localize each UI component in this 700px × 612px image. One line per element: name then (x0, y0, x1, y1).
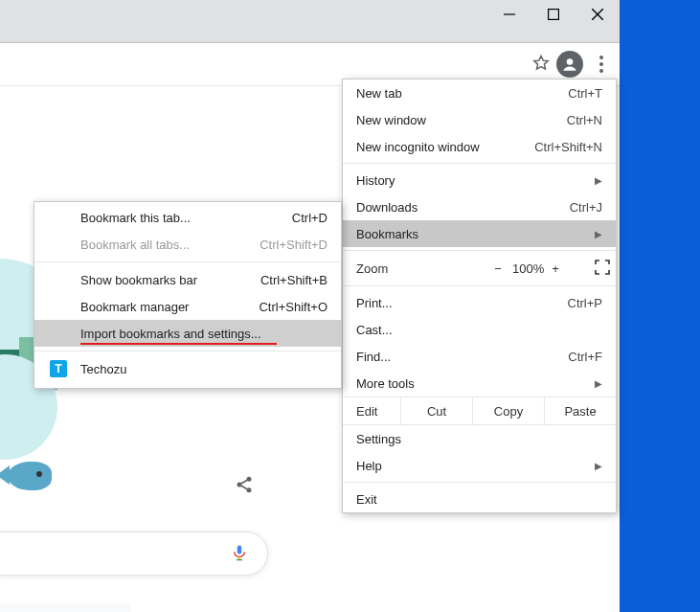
menu-history[interactable]: History ▶ (343, 167, 616, 193)
submenu-import-bookmarks[interactable]: Import bookmarks and settings... (34, 320, 341, 347)
maximize-button[interactable] (531, 0, 576, 29)
menu-settings[interactable]: Settings (343, 425, 616, 452)
chevron-right-icon: ▶ (595, 175, 602, 186)
illustration-fish (0, 458, 53, 494)
chrome-main-menu: New tab Ctrl+T New window Ctrl+N New inc… (342, 79, 617, 513)
share-icon[interactable] (235, 475, 254, 497)
submenu-bookmark-item[interactable]: T Techozu (34, 355, 341, 382)
menu-divider (343, 482, 616, 483)
google-search-input[interactable] (0, 532, 268, 576)
submenu-bookmark-manager[interactable]: Bookmark manager Ctrl+Shift+O (34, 293, 341, 320)
chrome-window: I'm Feeling Lucky Bookmark this tab... C… (0, 0, 620, 612)
menu-more-tools[interactable]: More tools ▶ (343, 370, 616, 397)
submenu-divider (34, 261, 341, 262)
bookmark-star-icon[interactable] (531, 54, 551, 76)
svg-rect-1 (549, 10, 559, 20)
voice-search-icon[interactable] (231, 542, 248, 566)
menu-find[interactable]: Find... Ctrl+F (343, 343, 616, 370)
minimize-button[interactable] (487, 0, 531, 29)
menu-edit-row: Edit Cut Copy Paste (343, 397, 616, 425)
submenu-bookmark-all-tabs: Bookmark all tabs... Ctrl+Shift+D (34, 231, 341, 258)
chevron-right-icon: ▶ (595, 229, 602, 239)
profile-avatar-icon[interactable] (556, 51, 583, 78)
kebab-menu-icon[interactable] (589, 52, 614, 77)
submenu-bookmark-this-tab[interactable]: Bookmark this tab... Ctrl+D (34, 204, 341, 231)
window-titlebar (0, 0, 620, 42)
menu-print[interactable]: Print... Ctrl+P (343, 289, 616, 316)
edit-cut-button[interactable]: Cut (400, 397, 472, 424)
favicon-icon: T (50, 360, 67, 377)
bookmarks-submenu: Bookmark this tab... Ctrl+D Bookmark all… (34, 201, 342, 389)
submenu-show-bookmarks-bar[interactable]: Show bookmarks bar Ctrl+Shift+B (34, 266, 341, 293)
fullscreen-icon[interactable] (595, 260, 610, 278)
svg-point-4 (567, 58, 574, 65)
edit-paste-button[interactable]: Paste (544, 397, 616, 424)
menu-bookmarks[interactable]: Bookmarks ▶ (343, 220, 616, 247)
lucky-button[interactable]: I'm Feeling Lucky (0, 603, 131, 612)
red-underline-annotation (80, 343, 277, 346)
edit-copy-button[interactable]: Copy (472, 397, 544, 424)
menu-divider (343, 250, 616, 251)
menu-help[interactable]: Help ▶ (343, 452, 616, 479)
zoom-out-button[interactable]: − (484, 261, 512, 276)
chevron-right-icon: ▶ (595, 461, 602, 471)
menu-new-window[interactable]: New window Ctrl+N (343, 106, 616, 133)
menu-new-tab[interactable]: New tab Ctrl+T (343, 79, 616, 106)
svg-line-8 (241, 480, 247, 484)
close-button[interactable] (576, 0, 620, 29)
zoom-level-value: 100% (512, 261, 541, 276)
menu-exit[interactable]: Exit (343, 486, 616, 512)
menu-zoom-row: Zoom − 100% + (343, 254, 616, 283)
menu-divider (343, 285, 616, 286)
svg-line-9 (241, 486, 247, 489)
menu-divider (343, 163, 616, 164)
submenu-divider (34, 351, 341, 351)
zoom-in-button[interactable]: + (541, 261, 570, 276)
menu-downloads[interactable]: Downloads Ctrl+J (343, 193, 616, 220)
menu-new-incognito[interactable]: New incognito window Ctrl+Shift+N (343, 133, 616, 160)
chevron-right-icon: ▶ (595, 378, 602, 389)
menu-cast[interactable]: Cast... (343, 316, 616, 343)
svg-rect-10 (237, 545, 242, 554)
